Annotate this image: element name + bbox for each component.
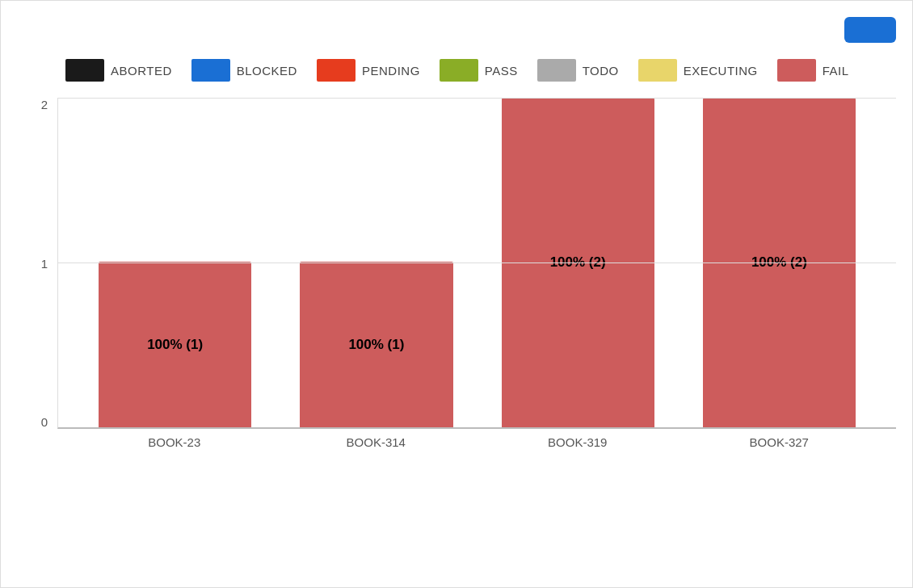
legend-color-blocked	[191, 59, 230, 82]
main-container: ABORTEDBLOCKEDPENDINGPASSTODOEXECUTINGFA…	[0, 0, 913, 588]
x-labels: BOOK-23BOOK-314BOOK-319BOOK-327	[57, 435, 896, 449]
x-label-book-314: BOOK-314	[276, 435, 478, 449]
bar-label-book-314: 100% (1)	[348, 337, 404, 353]
legend-item-aborted: ABORTED	[65, 59, 172, 82]
legend-color-fail	[777, 59, 816, 82]
show-as-table-button[interactable]	[844, 17, 896, 43]
legend-item-executing: EXECUTING	[638, 59, 758, 82]
bar-label-book-23: 100% (1)	[147, 337, 203, 353]
legend-label-executing: EXECUTING	[684, 64, 758, 78]
legend-item-todo: TODO	[537, 59, 619, 82]
legend-item-blocked: BLOCKED	[191, 59, 297, 82]
y-label-1: 1	[41, 257, 48, 271]
bar-book-314: 100% (1)	[300, 262, 452, 427]
top-bar	[17, 17, 896, 43]
gridline-mid	[58, 262, 896, 263]
legend-color-todo	[537, 59, 576, 82]
x-label-book-23: BOOK-23	[74, 435, 276, 449]
legend-color-aborted	[65, 59, 104, 82]
legend-color-pass	[440, 59, 478, 82]
legend-item-pending: PENDING	[317, 59, 420, 82]
y-axis: 2 1 0	[17, 98, 57, 429]
x-label-book-319: BOOK-319	[477, 435, 679, 449]
bars-container: 100% (1)100% (1)100% (2)100% (2)	[57, 98, 896, 429]
chart-area: 2 1 0 100% (1)100% (1)100% (2)100% (2) B…	[17, 98, 896, 485]
legend-label-aborted: ABORTED	[111, 64, 172, 78]
legend-item-pass: PASS	[440, 59, 518, 82]
legend-item-fail: FAIL	[777, 59, 849, 82]
y-label-2: 2	[41, 98, 48, 111]
legend-label-fail: FAIL	[823, 64, 849, 78]
legend-color-pending	[317, 59, 356, 82]
x-label-book-327: BOOK-327	[679, 435, 881, 449]
y-label-0: 0	[41, 415, 48, 429]
legend-label-todo: TODO	[583, 64, 619, 78]
chart-body: 100% (1)100% (1)100% (2)100% (2) BOOK-23…	[57, 98, 896, 485]
chart-legend: ABORTEDBLOCKEDPENDINGPASSTODOEXECUTINGFA…	[17, 59, 896, 82]
legend-color-executing	[638, 59, 677, 82]
legend-label-pending: PENDING	[362, 64, 420, 78]
bar-book-23: 100% (1)	[99, 262, 251, 427]
legend-label-blocked: BLOCKED	[237, 64, 297, 78]
legend-label-pass: PASS	[485, 64, 518, 78]
